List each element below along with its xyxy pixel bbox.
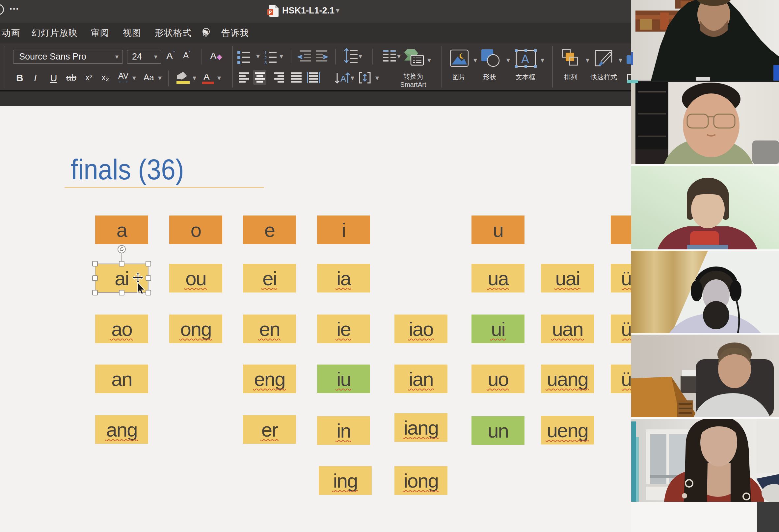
svg-text:2: 2 <box>264 55 267 60</box>
svg-text:3: 3 <box>264 60 267 65</box>
svg-text:A: A <box>341 74 346 83</box>
svg-text:A: A <box>521 52 529 66</box>
svg-text:1: 1 <box>264 50 267 55</box>
